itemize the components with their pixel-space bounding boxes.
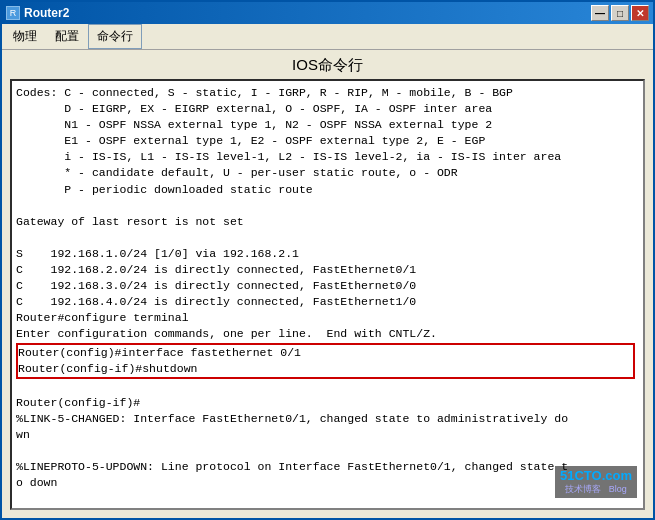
title-bar-left: R Router2 — [6, 6, 69, 20]
terminal-content-before: Codes: C - connected, S - static, I - IG… — [16, 85, 639, 343]
title-bar-buttons: — □ ✕ — [591, 5, 649, 21]
highlighted-block: Router(config)#interface fastethernet 0/… — [16, 343, 635, 379]
menu-item-config[interactable]: 配置 — [46, 24, 88, 49]
terminal-scroll[interactable]: Codes: C - connected, S - static, I - IG… — [12, 81, 643, 508]
terminal-content-after: Router(config-if)# %LINK-5-CHANGED: Inte… — [16, 379, 639, 492]
title-bar: R Router2 — □ ✕ — [2, 2, 653, 24]
window-title: Router2 — [24, 6, 69, 20]
menu-bar: 物理 配置 命令行 — [2, 24, 653, 50]
maximize-button[interactable]: □ — [611, 5, 629, 21]
close-button[interactable]: ✕ — [631, 5, 649, 21]
menu-item-physical[interactable]: 物理 — [4, 24, 46, 49]
terminal-container[interactable]: Codes: C - connected, S - static, I - IG… — [10, 79, 645, 510]
page-title: IOS命令行 — [2, 50, 653, 79]
highlighted-line-2: Router(config-if)#shutdown — [18, 361, 633, 377]
minimize-button[interactable]: — — [591, 5, 609, 21]
highlighted-line-1: Router(config)#interface fastethernet 0/… — [18, 345, 633, 361]
window-icon: R — [6, 6, 20, 20]
main-window: R Router2 — □ ✕ 物理 配置 命令行 IOS命令行 Codes: … — [0, 0, 655, 520]
terminal-highlighted-wrapper: Router(config)#interface fastethernet 0/… — [16, 343, 639, 379]
menu-item-cli[interactable]: 命令行 — [88, 24, 142, 49]
